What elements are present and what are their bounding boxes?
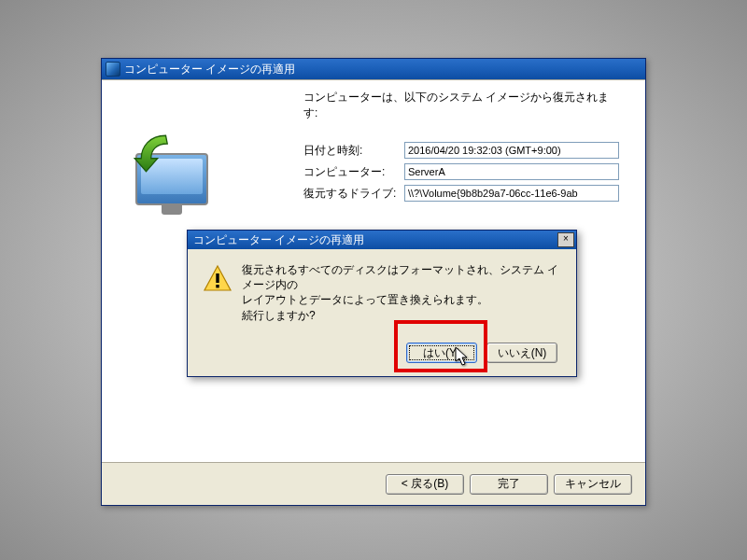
wizard-title-text: コンピューター イメージの再適用 (124, 62, 295, 77)
dialog-button-bar: はい(Y) いいえ(N) (406, 343, 557, 363)
close-icon[interactable]: × (557, 232, 574, 247)
dialog-message-line3: 続行しますか? (242, 308, 563, 323)
label-datetime: 日付と時刻: (303, 143, 404, 159)
dialog-body: 復元されるすべてのディスクはフォーマットされ、システム イメージ内の レイアウト… (188, 249, 576, 376)
summary-intro: コンピューターは、以下のシステム イメージから復元されます: (303, 90, 619, 121)
svg-rect-0 (216, 273, 218, 283)
svg-rect-1 (216, 285, 218, 287)
row-computer: コンピューター: ServerA (303, 163, 619, 180)
cancel-button[interactable]: キャンセル (554, 474, 632, 495)
summary-panel: コンピューターは、以下のシステム イメージから復元されます: 日付と時刻: 20… (303, 90, 619, 206)
wizard-titlebar[interactable]: コンピューター イメージの再適用 (102, 59, 645, 79)
dialog-message: 復元されるすべてのディスクはフォーマットされ、システム イメージ内の レイアウト… (242, 262, 563, 323)
dialog-message-line1: 復元されるすべてのディスクはフォーマットされ、システム イメージ内の (242, 262, 563, 292)
value-datetime: 2016/04/20 19:32:03 (GMT+9:00) (404, 142, 619, 159)
finish-button[interactable]: 完了 (470, 474, 548, 495)
warning-icon (203, 264, 233, 294)
row-drives: 復元するドライブ: \\?\Volume{9b8b29a7-06cc-11e6-… (303, 185, 619, 202)
value-drives: \\?\Volume{9b8b29a7-06cc-11e6-9ab (404, 185, 619, 202)
restore-image-icon (122, 125, 221, 224)
confirm-dialog: コンピューター イメージの再適用 × 復元されるすべてのディスクはフォーマットさ… (187, 230, 577, 377)
no-button[interactable]: いいえ(N) (486, 343, 557, 363)
yes-button[interactable]: はい(Y) (406, 343, 477, 363)
wizard-button-bar: < 戻る(B) 完了 キャンセル (102, 462, 645, 505)
back-button[interactable]: < 戻る(B) (386, 474, 464, 495)
dialog-title-text: コンピューター イメージの再適用 (193, 232, 364, 248)
dialog-message-line2: レイアウトとデータによって置き換えられます。 (242, 292, 563, 307)
dialog-titlebar[interactable]: コンピューター イメージの再適用 × (188, 231, 576, 249)
app-icon (106, 62, 120, 77)
label-drives: 復元するドライブ: (303, 186, 404, 202)
label-computer: コンピューター: (303, 164, 404, 180)
value-computer: ServerA (404, 163, 619, 180)
row-datetime: 日付と時刻: 2016/04/20 19:32:03 (GMT+9:00) (303, 142, 619, 159)
